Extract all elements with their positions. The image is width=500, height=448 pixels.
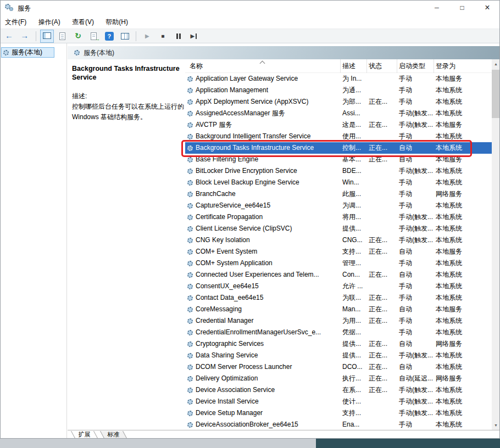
service-logon-as: 网络服务 bbox=[434, 373, 492, 384]
table-row[interactable]: Application Management为通...手动本地系统 bbox=[185, 85, 492, 96]
scroll-down-icon[interactable]: ▼ bbox=[492, 421, 500, 430]
scrollbar-thumb[interactable] bbox=[492, 70, 500, 118]
tree-item-services-local[interactable]: 服务(本地) bbox=[1, 47, 54, 58]
service-description: DCO... bbox=[341, 361, 367, 373]
forward-button[interactable]: → bbox=[18, 30, 31, 43]
service-name-cell: Client License Service (ClipSVC) bbox=[185, 223, 341, 234]
service-logon-as: 本地服务 bbox=[434, 246, 492, 257]
column-header-label: 名称 bbox=[190, 62, 203, 70]
service-status: 正在... bbox=[367, 350, 397, 361]
table-row[interactable]: CredentialEnrollmentManagerUserSvc_e...凭… bbox=[185, 327, 492, 338]
service-status bbox=[367, 85, 397, 96]
service-logon-as: 本地系统 bbox=[434, 396, 492, 407]
help-button[interactable]: ? bbox=[102, 30, 116, 43]
table-row[interactable]: DeviceAssociationBroker_ee64e15Ena...手动本… bbox=[185, 419, 492, 430]
service-name-cell: ConsentUX_ee64e15 bbox=[185, 281, 341, 292]
vertical-scrollbar[interactable]: ▲ ▼ bbox=[492, 59, 500, 430]
service-name: Device Association Service bbox=[196, 384, 275, 396]
table-row[interactable]: Delivery Optimization执行...正在...自动(延迟...网… bbox=[185, 373, 492, 384]
service-description: 支持... bbox=[341, 246, 367, 257]
restart-service-button[interactable]: ▶ bbox=[187, 30, 201, 43]
refresh-icon: ↻ bbox=[75, 31, 81, 40]
services-node-icon bbox=[3, 50, 9, 55]
service-startup-type: 手动(触发... bbox=[397, 384, 434, 396]
export-arrow-icon: → bbox=[95, 37, 100, 42]
taskbar-dark-segment bbox=[316, 439, 500, 448]
service-logon-as: 本地系统 bbox=[434, 407, 492, 419]
table-row[interactable]: Device Association Service在系...正在...手动(触… bbox=[185, 384, 492, 396]
column-header-description[interactable]: 描述 bbox=[341, 59, 367, 73]
service-name: Data Sharing Service bbox=[196, 350, 258, 361]
menu-help[interactable]: 帮助(H) bbox=[101, 15, 133, 29]
table-row[interactable]: AssignedAccessManager 服务Assi...手动(触发...本… bbox=[185, 108, 492, 119]
export-list-button[interactable] bbox=[55, 30, 69, 43]
refresh-button[interactable]: ↻ bbox=[71, 30, 85, 43]
table-row[interactable]: BranchCache此服...手动网络服务 bbox=[185, 188, 492, 200]
table-row[interactable]: Cryptographic Services提供...正在...自动网络服务 bbox=[185, 338, 492, 350]
menu-view[interactable]: 查看(V) bbox=[67, 15, 99, 29]
table-header: 名称 描述 状态 启动类型 登录为 bbox=[185, 59, 492, 73]
table-row[interactable]: Certificate Propagation将用...手动(触发...本地系统 bbox=[185, 211, 492, 223]
table-row[interactable]: Client License Service (ClipSVC)提供...手动(… bbox=[185, 223, 492, 234]
pause-service-button[interactable] bbox=[171, 30, 185, 43]
table-row[interactable]: Device Install Service使计...手动(触发...本地系统 bbox=[185, 396, 492, 407]
service-status bbox=[367, 131, 397, 142]
table-row[interactable]: CNG Key IsolationCNG...正在...手动(触发...本地系统 bbox=[185, 234, 492, 246]
service-startup-type: 手动(触发... bbox=[397, 396, 434, 407]
scroll-up-icon[interactable]: ▲ bbox=[492, 59, 500, 69]
column-header-logon-as[interactable]: 登录为 bbox=[434, 59, 492, 73]
column-header-status[interactable]: 状态 bbox=[367, 59, 397, 73]
minimize-button[interactable]: ─ bbox=[424, 0, 449, 15]
table-row[interactable]: Device Setup Manager支持...手动(触发...本地系统 bbox=[185, 407, 492, 419]
column-header-name[interactable]: 名称 bbox=[185, 59, 341, 73]
service-startup-type: 自动 bbox=[397, 154, 434, 165]
services-table: 名称 描述 状态 启动类型 登录为 Application Layer Gate… bbox=[185, 59, 492, 430]
pane-header: 服务(本地) bbox=[68, 46, 500, 59]
service-name: ConsentUX_ee64e15 bbox=[196, 281, 259, 292]
table-row[interactable]: BitLocker Drive Encryption ServiceBDE...… bbox=[185, 165, 492, 177]
column-header-startup-type[interactable]: 启动类型 bbox=[397, 59, 434, 73]
service-name: AVCTP 服务 bbox=[196, 119, 232, 131]
maximize-button[interactable]: □ bbox=[449, 0, 475, 15]
service-name: Credential Manager bbox=[196, 315, 253, 327]
service-logon-as: 本地系统 bbox=[434, 384, 492, 396]
back-button[interactable]: ← bbox=[2, 30, 16, 43]
table-row[interactable]: COM+ Event System支持...正在...自动本地服务 bbox=[185, 246, 492, 257]
table-row[interactable]: Connected User Experiences and Telem...C… bbox=[185, 269, 492, 281]
table-row[interactable]: CoreMessagingMan...正在...自动本地服务 bbox=[185, 304, 492, 315]
service-logon-as: 本地系统 bbox=[434, 327, 492, 338]
close-button[interactable]: × bbox=[475, 0, 500, 15]
table-row[interactable]: AVCTP 服务这是...正在...手动(触发...本地服务 bbox=[185, 119, 492, 131]
tab-extended[interactable]: 扩展 bbox=[71, 431, 98, 439]
table-row[interactable]: Block Level Backup Engine ServiceWin...手… bbox=[185, 177, 492, 188]
table-row[interactable]: Contact Data_ee64e15为联...正在...手动本地系统 bbox=[185, 292, 492, 304]
service-gear-icon bbox=[187, 180, 193, 186]
table-row[interactable]: DCOM Server Process LauncherDCO...正在...自… bbox=[185, 361, 492, 373]
table-row[interactable]: COM+ System Application管理...手动本地系统 bbox=[185, 257, 492, 269]
table-row[interactable]: AppX Deployment Service (AppXSVC)为部...正在… bbox=[185, 96, 492, 108]
service-gear-icon bbox=[187, 111, 193, 116]
export-button[interactable]: → bbox=[87, 30, 101, 43]
table-row[interactable]: Credential Manager为用...正在...手动本地系统 bbox=[185, 315, 492, 327]
menu-file[interactable]: 文件(F) bbox=[0, 15, 31, 29]
service-gear-icon bbox=[187, 422, 193, 428]
table-row[interactable]: ConsentUX_ee64e15允许 ...手动本地系统 bbox=[185, 281, 492, 292]
table-row[interactable]: Background Tasks Infrastructure Service控… bbox=[185, 142, 492, 154]
table-row[interactable]: Background Intelligent Transfer Service使… bbox=[185, 131, 492, 142]
show-console-tree-button[interactable] bbox=[40, 30, 54, 43]
service-gear-icon bbox=[187, 134, 193, 139]
tab-standard[interactable]: 标准 bbox=[100, 431, 127, 439]
service-logon-as: 本地系统 bbox=[434, 292, 492, 304]
start-service-button[interactable]: ▶ bbox=[140, 30, 154, 43]
service-status bbox=[367, 177, 397, 188]
view-columns-button[interactable] bbox=[118, 30, 132, 43]
table-row[interactable]: Base Filtering Engine基本...正在...自动本地服务 bbox=[185, 154, 492, 165]
table-row[interactable]: Data Sharing Service提供...正在...手动(触发...本地… bbox=[185, 350, 492, 361]
stop-service-button[interactable]: ■ bbox=[156, 30, 170, 43]
service-name-cell: Background Tasks Infrastructure Service bbox=[185, 142, 341, 154]
service-name-cell: AssignedAccessManager 服务 bbox=[185, 108, 341, 119]
menu-action[interactable]: 操作(A) bbox=[34, 15, 65, 29]
table-row[interactable]: Application Layer Gateway Service为 In...… bbox=[185, 73, 492, 85]
table-row[interactable]: CaptureService_ee64e15为调...手动本地系统 bbox=[185, 200, 492, 211]
service-description: 执行... bbox=[341, 373, 367, 384]
